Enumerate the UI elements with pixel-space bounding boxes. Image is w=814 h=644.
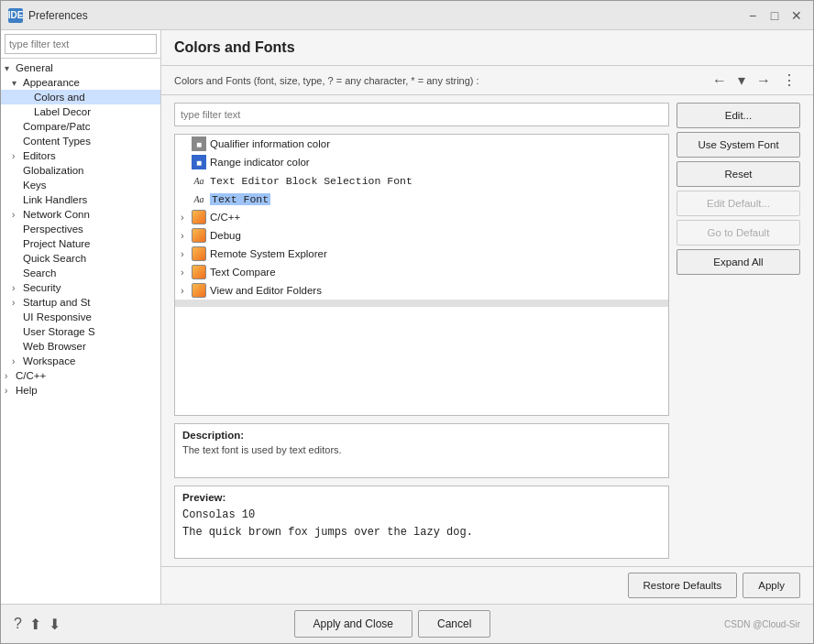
group-folder-icon: [192, 246, 206, 261]
sidebar-item-security[interactable]: Security: [1, 280, 160, 295]
import-icon[interactable]: ⬇: [49, 616, 60, 633]
sidebar-label-perspectives: Perspectives: [23, 224, 83, 235]
preview-label: Preview:: [182, 492, 661, 503]
sidebar-item-help[interactable]: Help: [1, 383, 160, 398]
sidebar-label-general: General: [16, 62, 53, 73]
tree-scrollbar[interactable]: [175, 300, 668, 307]
expand-all-button[interactable]: Expand All: [676, 249, 800, 275]
font-filter-input[interactable]: [175, 104, 668, 126]
sidebar-label-security: Security: [23, 282, 61, 293]
preferences-dialog: IDE Preferences − □ ✕ GeneralAppearance▸…: [0, 0, 814, 644]
sidebar-item-web-browser[interactable]: ▸Web Browser: [1, 339, 160, 354]
font-group-item[interactable]: ›Debug: [175, 226, 668, 245]
reset-button[interactable]: Reset: [676, 161, 800, 187]
sidebar-item-quick-search[interactable]: ▸Quick Search: [1, 251, 160, 266]
cancel-button[interactable]: Cancel: [418, 610, 490, 638]
footer: ? ⬆ ⬇ Apply and Close Cancel CSDN @Cloud…: [1, 604, 813, 643]
font-group-item[interactable]: ›Text Compare: [175, 263, 668, 281]
back-button[interactable]: ←: [709, 71, 731, 91]
sidebar-label-label-decor: Label Decor: [34, 106, 91, 117]
dropdown-button[interactable]: ▾: [734, 70, 749, 91]
sidebar-label-appearance: Appearance: [23, 77, 80, 88]
footer-icons: ? ⬆ ⬇: [14, 616, 60, 633]
sidebar-label-link-handlers: Link Handlers: [23, 194, 87, 205]
maximize-button[interactable]: □: [765, 6, 784, 25]
sidebar-item-editors[interactable]: Editors: [1, 148, 160, 163]
apply-button[interactable]: Apply: [742, 573, 800, 598]
font-group-item[interactable]: ›Remote System Explorer: [175, 245, 668, 263]
sidebar-item-globalization[interactable]: ▸Globalization: [1, 163, 160, 178]
font-tree-item[interactable]: AaText Font: [175, 190, 668, 208]
apply-close-button[interactable]: Apply and Close: [294, 610, 412, 638]
export-icon[interactable]: ⬆: [29, 616, 41, 633]
sidebar-item-ui-responsive[interactable]: ▸UI Responsive: [1, 310, 160, 324]
font-group-item[interactable]: ›C/C++: [175, 208, 668, 226]
sidebar-label-quick-search: Quick Search: [23, 253, 86, 264]
panel-subtitle: Colors and Fonts (font, size, type, ? = …: [174, 75, 479, 86]
qualifier-icon: ■: [192, 136, 206, 151]
font-tree-item[interactable]: AaText Editor Block Selection Font: [175, 171, 668, 190]
sidebar-item-compare[interactable]: ▸Compare/Patc: [1, 119, 160, 134]
sidebar-label-user-storage: User Storage S: [23, 326, 95, 337]
right-buttons: Edit... Use System Font Reset Edit Defau…: [676, 103, 800, 559]
sidebar-item-general[interactable]: General: [1, 60, 160, 75]
dialog-title: Preferences: [28, 9, 743, 22]
use-system-font-button[interactable]: Use System Font: [676, 132, 800, 158]
titlebar: IDE Preferences − □ ✕: [1, 1, 813, 30]
sidebar-filter-input[interactable]: [5, 34, 157, 54]
sidebar-label-content-types: Content Types: [23, 136, 91, 147]
sidebar-label-startup: Startup and St: [23, 297, 91, 308]
description-section: Description: The text font is used by te…: [174, 423, 669, 478]
preview-line1: Consolas 10: [182, 507, 661, 524]
content-area: ■Qualifier information color■Range indic…: [161, 95, 813, 566]
toolbar-row: Colors and Fonts (font, size, type, ? = …: [161, 66, 813, 95]
sidebar-item-workspace[interactable]: Workspace: [1, 354, 160, 368]
group-folder-icon: [192, 265, 206, 279]
sidebar-label-ui-responsive: UI Responsive: [23, 311, 92, 322]
sidebar-item-link-handlers[interactable]: ▸Link Handlers: [1, 192, 160, 207]
sidebar-item-content-types[interactable]: ▸Content Types: [1, 134, 160, 148]
go-to-default-button[interactable]: Go to Default: [676, 220, 800, 246]
sidebar-label-workspace: Workspace: [23, 355, 75, 366]
sidebar-item-colors[interactable]: ▸Colors and: [1, 90, 160, 104]
window-controls: − □ ✕: [743, 6, 806, 25]
sidebar-item-cpp[interactable]: C/C++: [1, 368, 160, 383]
left-content: ■Qualifier information color■Range indic…: [174, 103, 669, 559]
help-icon[interactable]: ?: [14, 616, 22, 633]
preview-text: Consolas 10 The quick brown fox jumps ov…: [182, 507, 661, 541]
sidebar-item-appearance[interactable]: Appearance: [1, 75, 160, 90]
font-group-item[interactable]: ›View and Editor Folders: [175, 281, 668, 300]
sidebar-item-perspectives[interactable]: ▸Perspectives: [1, 222, 160, 236]
sidebar-filter-wrap: [1, 30, 160, 59]
panel-header: Colors and Fonts: [161, 30, 813, 66]
sidebar-item-startup[interactable]: Startup and St: [1, 295, 160, 310]
sidebar-label-keys: Keys: [23, 180, 47, 191]
forward-button[interactable]: →: [753, 71, 775, 91]
menu-button[interactable]: ⋮: [778, 70, 800, 91]
font-tree-panel[interactable]: ■Qualifier information color■Range indic…: [174, 134, 669, 416]
sidebar-label-web-browser: Web Browser: [23, 341, 86, 352]
group-folder-icon: [192, 228, 206, 243]
sidebar-item-project-nature[interactable]: ▸Project Nature: [1, 236, 160, 251]
sidebar-item-keys[interactable]: ▸Keys: [1, 178, 160, 192]
preview-section: Preview: Consolas 10 The quick brown fox…: [174, 486, 669, 559]
sidebar-item-network-conn[interactable]: Network Conn: [1, 207, 160, 222]
sidebar-item-label-decor[interactable]: ▸Label Decor: [1, 104, 160, 119]
close-button[interactable]: ✕: [787, 6, 806, 25]
restore-defaults-button[interactable]: Restore Defaults: [628, 573, 738, 598]
description-text: The text font is used by text editors.: [182, 444, 661, 455]
description-label: Description:: [182, 430, 661, 441]
range-icon: ■: [192, 155, 206, 169]
edit-button[interactable]: Edit...: [676, 103, 800, 128]
restore-apply-row: Restore Defaults Apply: [628, 573, 800, 598]
sidebar: GeneralAppearance▸Colors and▸Label Decor…: [1, 30, 161, 604]
font-tree-item[interactable]: ■Range indicator color: [175, 153, 668, 171]
font-filter-wrap: [174, 103, 669, 126]
minimize-button[interactable]: −: [743, 6, 762, 25]
sidebar-item-user-storage[interactable]: ▸User Storage S: [1, 324, 160, 339]
sidebar-label-help: Help: [16, 385, 38, 396]
sidebar-item-search[interactable]: ▸Search: [1, 266, 160, 280]
watermark: CSDN @Cloud-Sir: [724, 619, 800, 629]
edit-default-button[interactable]: Edit Default...: [676, 191, 800, 216]
font-tree-item[interactable]: ■Qualifier information color: [175, 135, 668, 153]
